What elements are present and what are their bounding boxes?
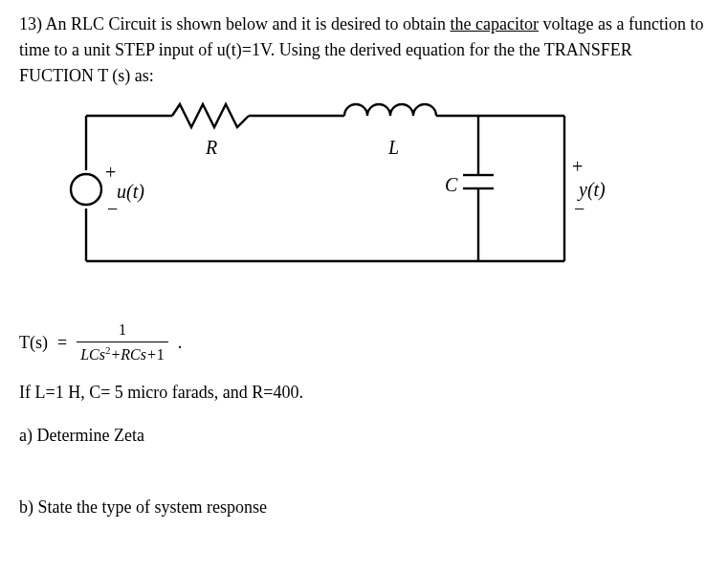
tf-lhs: T(s) xyxy=(19,330,48,356)
yt-minus: − xyxy=(574,194,585,223)
ut-minus: − xyxy=(107,194,118,223)
ut-plus: + xyxy=(105,158,116,187)
question-text: 13) An RLC Circuit is shown below and it… xyxy=(19,11,709,89)
part-a: a) Determine Zeta xyxy=(19,423,709,449)
part-b: b) State the type of system response xyxy=(19,495,709,520)
svg-point-7 xyxy=(71,174,101,205)
parameters: If L=1 H, C= 5 micro farads, and R=400. xyxy=(19,380,709,406)
tf-period: . xyxy=(178,330,183,356)
question-underlined: the capacitor xyxy=(450,14,538,33)
label-L: L xyxy=(388,133,399,162)
question-number: 13) xyxy=(19,14,42,33)
tf-num: 1 xyxy=(115,319,130,342)
tf-den: LCs2+RCs+1 xyxy=(77,342,168,366)
label-C: C xyxy=(445,170,457,199)
transfer-function: T(s) = 1 LCs2+RCs+1 . xyxy=(19,319,709,366)
tf-eq: = xyxy=(57,330,67,356)
label-yt: y(t) xyxy=(579,175,627,204)
yt-plus: + xyxy=(572,152,583,181)
circuit-diagram: R L C u(t) y(t) + − + − xyxy=(48,99,584,290)
label-ut: u(t) xyxy=(117,177,144,206)
label-R: R xyxy=(206,133,217,162)
question-part1: An RLC Circuit is shown below and it is … xyxy=(46,14,451,33)
tf-fraction: 1 LCs2+RCs+1 xyxy=(77,319,168,366)
